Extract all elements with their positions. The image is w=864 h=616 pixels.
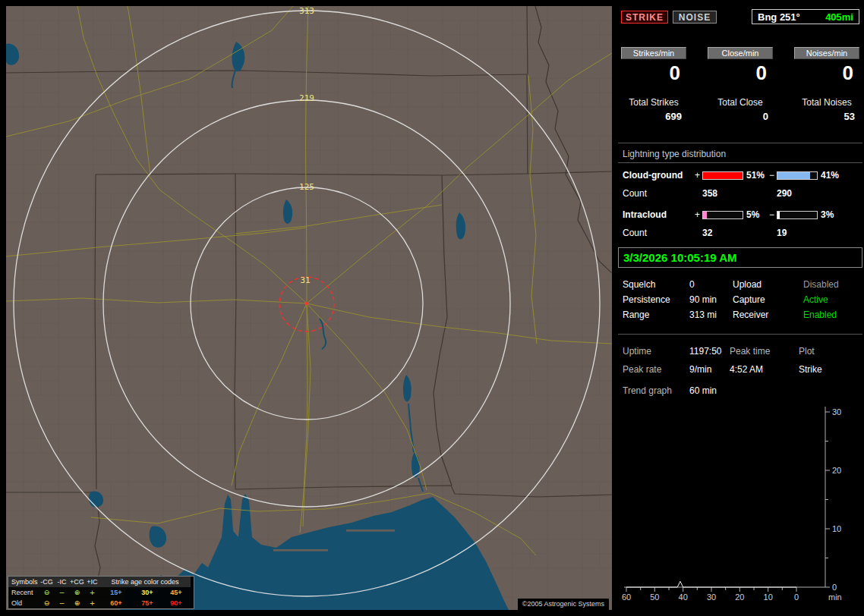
divider (618, 162, 862, 163)
squelch-value: 0 (689, 279, 695, 290)
lightning-map[interactable]: 313 219 125 31 Symbols -CG -IC +CG +IC S… (6, 6, 612, 610)
plot-value: Strike (799, 364, 822, 375)
total-noises-value: 53 (794, 111, 859, 122)
divider (618, 143, 862, 143)
range-value: 313 mi (689, 310, 717, 320)
trend-y-tick-labels: 30 20 10 0 (832, 407, 841, 592)
bearing-value: Bng 251° (758, 11, 800, 23)
total-noises-label: Total Noises (794, 97, 859, 108)
ring-label: 31 (300, 275, 310, 285)
trend-graph-label: Trend graph (623, 385, 672, 396)
cg-negative-bar (777, 171, 818, 180)
squelch-label: Squelch (623, 279, 655, 290)
noise-toggle-button[interactable]: NOISE (673, 11, 717, 24)
legend-col-pos-ic: +IC (85, 577, 99, 587)
total-strikes-value: 699 (621, 111, 686, 122)
trend-header-row: Trend graph 60 min (623, 385, 861, 398)
peak-rate-value: 9/min (689, 364, 711, 375)
map-canvas: 313 219 125 31 (6, 6, 612, 610)
legend-col-pos-cg: +CG (69, 577, 85, 587)
legend-symbols-header: Symbols (8, 577, 39, 587)
neg-cg-symbol: ⊖ (39, 587, 55, 598)
divider (618, 334, 862, 335)
stats-row-2: Peak rate 9/min 4:52 AM Strike (623, 364, 861, 376)
receiver-status: Enabled (803, 310, 837, 320)
ic-negative-count: 19 (777, 228, 787, 238)
age-code-60: 60+ (99, 598, 133, 608)
pos-cg-symbol-old: ⊕ (69, 598, 85, 608)
neg-ic-symbol: − (55, 587, 69, 598)
settings-row-range: Range 313 mi Receiver Enabled (623, 310, 861, 322)
range-value: 405mi (825, 11, 853, 23)
ic-positive-pct: 5% (746, 209, 759, 220)
x-tick: 20 (735, 592, 744, 602)
trend-graph: 30 20 10 0 60 50 40 30 20 10 0 min (616, 401, 864, 614)
datetime-display: 3/3/2026 10:05:19 AM (618, 247, 862, 268)
total-close-value: 0 (708, 111, 773, 122)
x-tick: 30 (707, 592, 716, 602)
x-tick: 10 (764, 592, 773, 602)
ring-label: 219 (299, 93, 314, 103)
trend-window-value: 60 min (689, 385, 717, 396)
x-tick: 0 (794, 592, 799, 602)
peak-time-value: 4:52 AM (730, 364, 763, 375)
x-tick: 60 (622, 592, 631, 602)
capture-status: Active (803, 294, 828, 305)
noises-per-min-value: 0 (794, 62, 859, 83)
total-close-label: Total Close (708, 97, 773, 108)
age-code-30: 30+ (133, 587, 162, 598)
intracloud-row: Intracloud + 5% − 3% (623, 209, 859, 222)
copyright-notice: ©2005 Astrogenic Systems (518, 599, 609, 610)
cg-positive-bar (702, 171, 743, 180)
trend-x-tick-labels: 60 50 40 30 20 10 0 min (622, 592, 842, 602)
peak-rate-label: Peak rate (623, 364, 661, 375)
cloud-ground-count-row: Count 358 290 (623, 188, 859, 200)
distribution-title: Lightning type distribution (623, 149, 726, 159)
neg-cg-symbol-old: ⊖ (39, 598, 55, 608)
y-tick: 0 (832, 583, 837, 592)
legend-row-recent: Recent (8, 587, 39, 598)
y-tick: 10 (832, 524, 841, 533)
ic-negative-pct: 3% (821, 209, 834, 220)
pos-cg-symbol: ⊕ (69, 587, 85, 598)
persistence-value: 90 min (689, 294, 717, 305)
intracloud-label: Intracloud (623, 209, 667, 220)
upload-status: Disabled (803, 279, 839, 290)
close-per-min-value: 0 (708, 62, 773, 83)
ic-negative-bar (777, 211, 818, 219)
cloud-ground-row: Cloud-ground + 51% − 41% (623, 170, 859, 182)
legend-age-header: Strike age color codes (99, 577, 191, 587)
cg-negative-pct: 41% (821, 170, 839, 181)
ring-label: 125 (299, 182, 314, 192)
ic-positive-bar (702, 211, 743, 219)
age-code-90: 90+ (162, 598, 191, 608)
settings-row-squelch: Squelch 0 Upload Disabled (623, 279, 861, 291)
strike-toggle-button[interactable]: STRIKE (621, 11, 668, 24)
rate-headers: Strikes/min Close/min Noises/min (621, 47, 859, 59)
total-strikes-label: Total Strikes (621, 97, 686, 108)
minus-sign: − (769, 209, 774, 220)
legend-col-neg-ic: -IC (55, 577, 69, 587)
cg-positive-count: 358 (702, 188, 717, 199)
pos-ic-symbol-old: + (85, 598, 99, 608)
legend-row-old: Old (8, 598, 39, 608)
ic-positive-count: 32 (702, 228, 712, 238)
stats-row-1: Uptime 1197:50 Peak time Plot (623, 346, 861, 358)
uptime-label: Uptime (623, 346, 651, 357)
count-label: Count (623, 228, 647, 238)
noises-per-min-header: Noises/min (794, 47, 859, 59)
rate-values: 0 0 0 (621, 62, 859, 83)
strikes-per-min-header: Strikes/min (621, 47, 686, 59)
strikes-per-min-value: 0 (621, 62, 686, 83)
legend-panel: Symbols -CG -IC +CG +IC Strike age color… (8, 576, 194, 609)
close-per-min-header: Close/min (708, 47, 773, 59)
receiver-label: Receiver (733, 310, 768, 320)
plot-label: Plot (799, 346, 815, 357)
trend-line (626, 581, 796, 587)
plus-sign: + (695, 170, 700, 181)
cg-negative-count: 290 (777, 188, 792, 199)
peak-time-label: Peak time (730, 346, 770, 357)
range-label: Range (623, 310, 649, 320)
uptime-value: 1197:50 (689, 346, 722, 357)
ring-label: 313 (299, 6, 314, 16)
